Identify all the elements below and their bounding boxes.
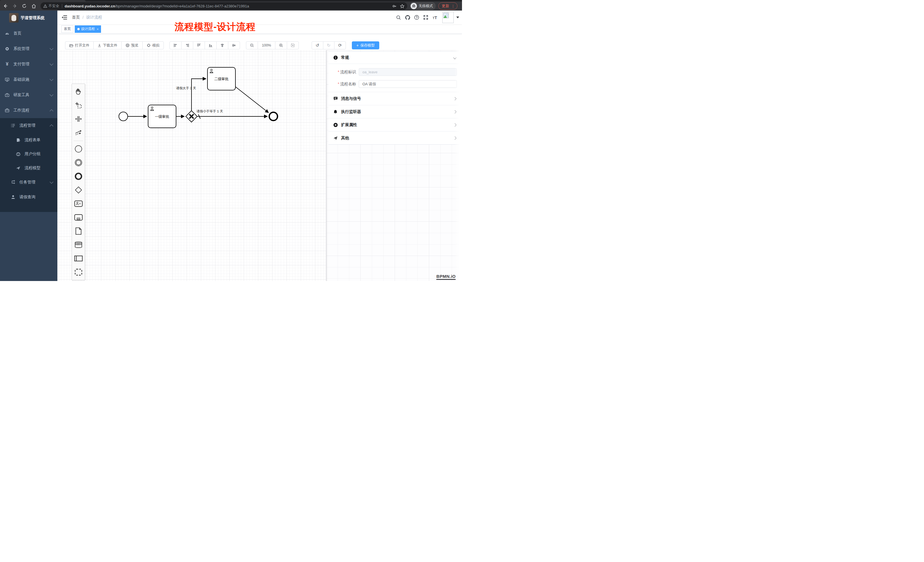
avatar-caret-icon[interactable] [456,16,459,18]
simulate-button[interactable]: 模拟 [142,41,164,49]
fullscreen-icon[interactable] [421,13,430,22]
user-task-level2[interactable]: 二级审批 [207,67,236,90]
avatar[interactable] [442,12,454,23]
process-name-input[interactable] [359,80,457,88]
password-key-icon[interactable] [392,4,397,8]
create-end-event[interactable] [72,169,85,183]
sidebar-toggle-icon[interactable] [62,15,68,20]
preview-button[interactable]: 预览 [121,41,142,49]
flow-label-le1[interactable]: 请假小于等于 1 天 [196,109,223,113]
browser-home-button[interactable] [30,2,38,10]
start-event[interactable] [119,112,128,121]
browser-update-button[interactable]: 更新 ⋮ [438,2,458,10]
plus-icon: + [356,43,359,48]
zoom-reset-button[interactable] [287,41,299,49]
toolbox-icon [5,93,9,97]
sidebar-item-label: 基础设施 [14,77,29,82]
user-task-palette-icon [74,200,83,207]
chevron-down-icon [50,46,53,50]
zoom-in-button[interactable] [275,41,287,49]
end-event[interactable] [269,112,278,121]
sidebar-item-infra[interactable]: 基础设施 [0,72,57,87]
font-size-icon[interactable]: TT [430,13,440,22]
align-right-button[interactable] [181,41,193,49]
align-left-button[interactable] [170,41,182,49]
sidebar-item-leave-query[interactable]: 请假查询 [0,190,57,205]
sidebar-item-process-mgmt[interactable]: 流程管理 [0,118,57,133]
github-icon[interactable] [403,13,412,22]
browser-menu-icon[interactable]: ⋮ [451,4,455,8]
active-dot [77,28,80,30]
sidebar-item-process-model[interactable]: 流程模型 [0,161,57,175]
create-intermediate-event[interactable] [72,156,85,169]
create-participant[interactable] [72,252,85,265]
sidebar-item-payment[interactable]: ¥ 支付管理 [0,57,57,72]
sidebar-item-system[interactable]: 系统管理 [0,41,57,57]
section-extended-attrs[interactable]: 扩展属性 [328,118,460,131]
not-secure-label: 不安全 [48,4,59,9]
create-start-event[interactable] [72,142,85,156]
help-icon[interactable] [412,13,421,22]
create-user-task[interactable] [72,197,85,211]
sidebar-item-user-group[interactable]: 用户分组 [0,147,57,161]
chevron-right-icon [453,110,456,113]
process-key-input[interactable] [359,68,457,76]
sidebar-item-devtools[interactable]: 研发工具 [0,87,57,103]
sidebar-logo[interactable]: 芋道管理系统 [0,10,57,25]
zoom-out-button[interactable] [246,41,258,49]
participant-icon [74,255,83,262]
section-other[interactable]: 其他 [328,131,460,144]
breadcrumb-home[interactable]: 首页 [72,15,80,20]
dashboard-icon [5,31,9,36]
lasso-tool[interactable] [72,99,85,112]
field-process-key: *流程标识 [328,68,460,76]
sidebar-item-process-form[interactable]: 流程表单 [0,133,57,147]
align-center-button[interactable] [216,41,228,49]
create-data-store[interactable] [72,238,85,252]
browser-url-bar[interactable]: 不安全 dashboard.yudao.iocoder.cn/bpm/manag… [40,2,407,10]
tag-close-icon[interactable]: × [97,27,99,31]
start-event-icon [75,145,82,153]
save-model-button[interactable]: + 保存模型 [352,41,379,49]
preview-icon [126,43,129,47]
open-file-button[interactable]: 打开文件 [65,41,94,49]
tag-home[interactable]: 首页 [62,25,74,33]
global-connect-tool[interactable] [72,126,85,139]
incognito-badge: 无痕模式 [410,2,436,10]
align-middle-button[interactable] [228,41,240,49]
undo-button[interactable]: ↺ [312,41,323,49]
user-task-level1[interactable]: 一级审批 [148,105,176,128]
designer-content: 打开文件 下载文件 预览 模拟 [57,34,462,281]
flow-task2-to-end [236,87,268,113]
tag-design-process[interactable]: 设计流程 × [75,25,101,33]
task2-label: 二级审批 [214,77,229,81]
exclusive-gateway[interactable] [186,111,197,122]
align-bottom-button[interactable] [205,41,217,49]
browser-reload-button[interactable] [20,2,28,10]
search-icon[interactable] [394,13,403,22]
sidebar-item-task-mgmt[interactable]: 任务管理 [0,175,57,190]
bpmn-io-watermark[interactable]: BPMN.iO [436,274,456,280]
subprocess-icon [74,214,83,221]
section-execution-listener[interactable]: 执行监听器 [328,105,460,118]
download-file-button[interactable]: 下载文件 [93,41,122,49]
section-message-signal[interactable]: 消息与信号 [328,92,460,105]
restart-button[interactable]: ⟳ [334,41,346,49]
create-subprocess[interactable] [72,211,85,224]
bpmn-canvas[interactable]: 一级审批 二级审批 [57,50,326,281]
create-data-object[interactable] [72,224,85,238]
list-icon [11,123,15,128]
flow-label-gt3[interactable]: 请假大于 3 天 [176,87,196,90]
section-general[interactable]: 常规 [328,52,460,64]
create-gateway[interactable] [72,183,85,197]
browser-back-button[interactable] [2,2,9,10]
create-group[interactable] [72,265,85,279]
align-top-button[interactable] [193,41,205,49]
space-tool[interactable] [72,112,85,126]
sidebar-item-workflow[interactable]: 工作流程 [0,103,57,118]
sidebar-item-home[interactable]: 首页 [0,25,57,41]
browser-forward-button[interactable] [11,2,19,10]
redo-button[interactable]: ↻ [323,41,335,49]
hand-tool[interactable] [72,85,85,99]
bookmark-star-icon[interactable] [400,4,404,8]
